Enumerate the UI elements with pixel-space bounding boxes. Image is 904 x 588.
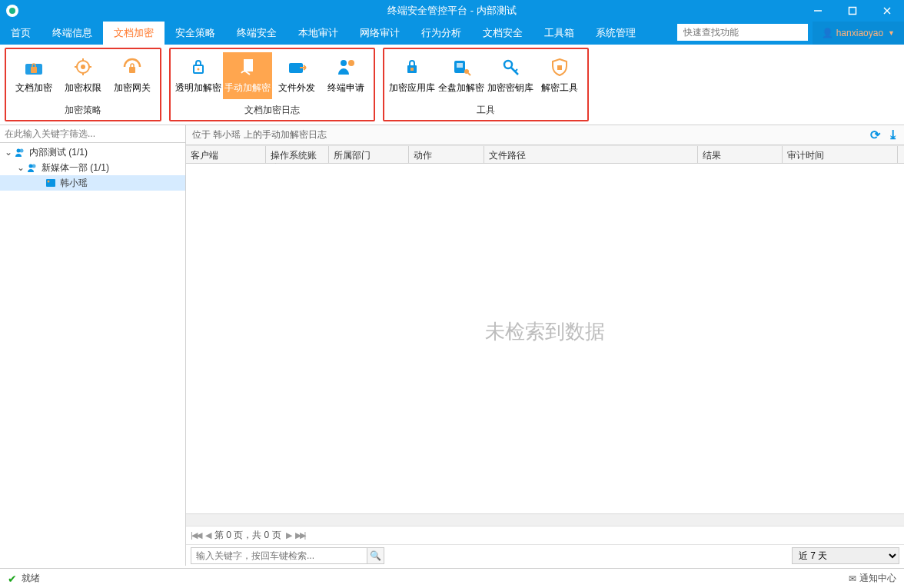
menu-文档安全[interactable]: 文档安全 <box>472 22 533 45</box>
quick-search-input[interactable] <box>677 24 808 41</box>
sidebar-tree-panel: ⌄内部测试 (1/1)⌄新媒体一部 (1/1)韩小瑶 <box>0 125 186 566</box>
column-所属部门[interactable]: 所属部门 <box>329 146 409 163</box>
column-文件路径[interactable]: 文件路径 <box>484 146 698 163</box>
svg-line-27 <box>515 69 517 71</box>
ribbon-加密权限[interactable]: 加密权限 <box>58 52 108 99</box>
pagination-bar: |◀◀ ◀ 第 0 页，共 0 页 ▶ ▶▶| <box>186 526 904 544</box>
ribbon-group-title: 加密策略 <box>9 99 157 118</box>
svg-rect-12 <box>129 67 135 73</box>
app-logo-icon <box>6 5 18 17</box>
table-body: 未检索到数据 <box>186 164 904 513</box>
menu-本地审计[interactable]: 本地审计 <box>287 22 349 45</box>
notification-center-button[interactable]: ✉ 通知中心 <box>849 572 896 585</box>
tree-filter-input[interactable] <box>0 125 185 142</box>
folder-send-icon <box>274 55 320 78</box>
svg-line-24 <box>468 73 470 75</box>
svg-point-18 <box>348 60 354 66</box>
svg-point-32 <box>32 164 36 168</box>
time-range-select[interactable]: 近 7 天 <box>792 547 899 564</box>
refresh-icon[interactable]: ⟳ <box>870 128 880 142</box>
ribbon-group-工具: 加密应用库全盘加解密加密密钥库解密工具工具 <box>383 48 589 121</box>
tree-node[interactable]: 韩小瑶 <box>0 175 185 191</box>
menu-文档加密[interactable]: 文档加密 <box>103 22 165 45</box>
person-request-icon <box>323 55 369 78</box>
table-header-row: 客户端操作系统账户所属部门动作文件路径结果审计时间 <box>186 145 904 164</box>
svg-point-14 <box>198 68 200 71</box>
last-page-button[interactable]: ▶▶| <box>295 530 305 540</box>
notification-label: 通知中心 <box>859 572 896 585</box>
ribbon-加密应用库[interactable]: 加密应用库 <box>387 52 437 99</box>
column-审计时间[interactable]: 审计时间 <box>783 146 898 163</box>
close-button[interactable] <box>869 0 904 22</box>
menu-网络审计[interactable]: 网络审计 <box>349 22 410 45</box>
menu-首页[interactable]: 首页 <box>0 22 42 45</box>
tree-node[interactable]: ⌄内部测试 (1/1) <box>0 145 185 160</box>
menu-系统管理[interactable]: 系统管理 <box>585 22 646 45</box>
horizontal-scrollbar[interactable] <box>186 513 904 526</box>
breadcrumb-text: 位于 韩小瑶 上的手动加解密日志 <box>192 128 327 141</box>
ribbon-加密密钥库[interactable]: 加密密钥库 <box>486 52 535 99</box>
svg-rect-33 <box>46 179 55 187</box>
app-lock-icon <box>389 55 435 78</box>
keyword-search-input[interactable] <box>191 548 367 563</box>
next-page-button[interactable]: ▶ <box>286 530 291 540</box>
svg-point-30 <box>20 149 24 153</box>
svg-rect-20 <box>410 68 414 71</box>
ribbon-group-title: 工具 <box>387 99 584 118</box>
ribbon-手动加解密[interactable]: 手动加解密 <box>223 52 272 99</box>
first-page-button[interactable]: |◀◀ <box>191 530 201 540</box>
column-动作[interactable]: 动作 <box>409 146 484 163</box>
column-结果[interactable]: 结果 <box>698 146 783 163</box>
svg-rect-28 <box>557 65 562 70</box>
title-bar: 终端安全管控平台 - 内部测试 <box>0 0 904 22</box>
expand-icon[interactable]: ⌄ <box>3 147 14 158</box>
status-ok-icon: ✔ <box>8 573 17 585</box>
menu-行为分析[interactable]: 行为分析 <box>410 22 472 45</box>
user-menu[interactable]: 👤hanxiaoyao▼ <box>813 22 904 45</box>
svg-point-17 <box>341 60 347 66</box>
svg-line-26 <box>510 67 518 75</box>
svg-rect-22 <box>457 63 463 68</box>
svg-rect-5 <box>31 67 37 73</box>
svg-point-34 <box>48 181 50 183</box>
main-menu: 首页终端信息文档加密安全策略终端安全本地审计网络审计行为分析文档安全工具箱系统管… <box>0 22 904 45</box>
hand-file-icon <box>224 55 271 78</box>
search-icon[interactable]: 🔍 <box>367 548 384 563</box>
folder-lock-icon <box>11 55 57 78</box>
ribbon-透明加解密[interactable]: 透明加解密 <box>174 52 223 99</box>
ribbon-终端申请[interactable]: 终端申请 <box>321 52 371 99</box>
status-bar: ✔ 就绪 ✉ 通知中心 <box>0 568 904 588</box>
menu-终端信息[interactable]: 终端信息 <box>42 22 103 45</box>
ribbon-解密工具[interactable]: 解密工具 <box>535 52 584 99</box>
group-icon <box>14 147 26 158</box>
mail-icon: ✉ <box>849 573 856 584</box>
user-client-icon <box>45 178 57 188</box>
svg-rect-1 <box>849 8 856 15</box>
menu-工具箱[interactable]: 工具箱 <box>533 22 585 45</box>
svg-point-7 <box>81 65 85 69</box>
column-操作系统账户[interactable]: 操作系统账户 <box>266 146 329 163</box>
shield-decrypt-icon <box>537 55 583 78</box>
ribbon-group-文档加密日志: 透明加解密手动加解密文件外发终端申请文档加密日志 <box>169 48 375 121</box>
column-客户端[interactable]: 客户端 <box>186 146 266 163</box>
ribbon-文件外发[interactable]: 文件外发 <box>272 52 321 99</box>
menu-安全策略[interactable]: 安全策略 <box>165 22 226 45</box>
lock-transparent-icon <box>175 55 221 78</box>
page-info: 第 0 页，共 0 页 <box>214 529 281 542</box>
window-title: 终端安全管控平台 - 内部测试 <box>387 4 517 18</box>
download-icon[interactable]: ⤓ <box>888 128 898 142</box>
ribbon-toolbar: 文档加密加密权限加密网关加密策略透明加解密手动加解密文件外发终端申请文档加密日志… <box>0 45 904 125</box>
maximize-button[interactable] <box>835 0 869 22</box>
svg-rect-15 <box>244 59 253 71</box>
expand-icon[interactable]: ⌄ <box>15 162 26 173</box>
ribbon-加密网关[interactable]: 加密网关 <box>108 52 157 99</box>
ribbon-group-title: 文档加密日志 <box>174 99 371 118</box>
disk-key-icon <box>438 55 484 78</box>
ribbon-全盘加解密[interactable]: 全盘加解密 <box>437 52 486 99</box>
ribbon-group-加密策略: 文档加密加密权限加密网关加密策略 <box>5 48 161 121</box>
prev-page-button[interactable]: ◀ <box>205 530 210 540</box>
minimize-button[interactable] <box>800 0 835 22</box>
menu-终端安全[interactable]: 终端安全 <box>226 22 287 45</box>
ribbon-文档加密[interactable]: 文档加密 <box>9 52 58 99</box>
tree-node[interactable]: ⌄新媒体一部 (1/1) <box>0 160 185 175</box>
